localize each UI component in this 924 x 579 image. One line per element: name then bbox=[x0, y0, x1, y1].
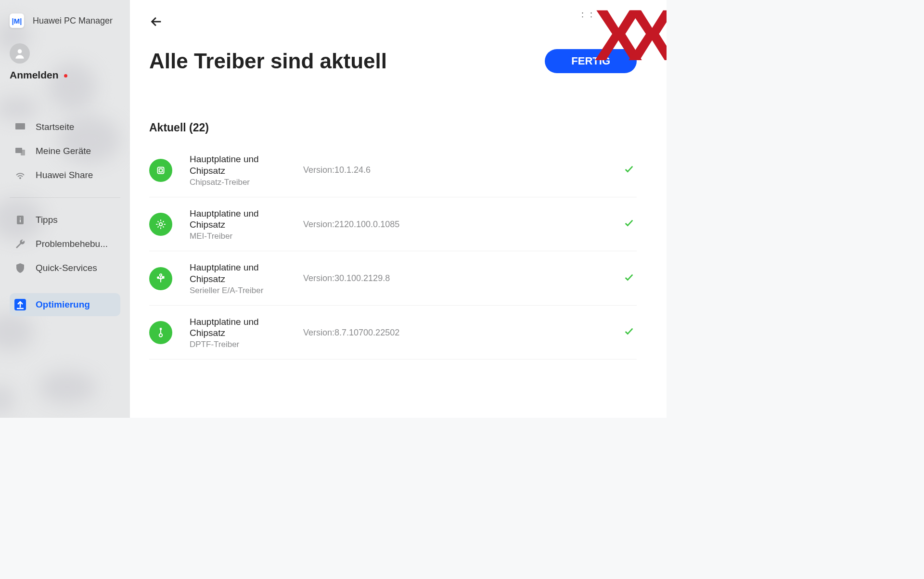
upload-icon bbox=[14, 299, 26, 310]
nav-group-support: Tipps Problembehebu... Quick-Services bbox=[0, 208, 130, 280]
wrench-icon bbox=[14, 238, 26, 250]
svg-rect-3 bbox=[21, 150, 25, 155]
svg-point-4 bbox=[20, 178, 21, 179]
sidebar-item-label: Problembehebu... bbox=[36, 239, 108, 249]
sidebar: |M| Huawei PC Manager Anmelden Startseit… bbox=[0, 0, 130, 418]
driver-version: Version:8.7.10700.22502 bbox=[303, 328, 605, 338]
driver-version: Version:2120.100.0.1085 bbox=[303, 219, 605, 230]
svg-point-0 bbox=[18, 49, 22, 53]
info-icon bbox=[14, 214, 26, 226]
sidebar-item-label: Quick-Services bbox=[36, 263, 97, 273]
sidebar-item-devices[interactable]: Meine Geräte bbox=[10, 140, 120, 163]
login-label: Anmelden bbox=[10, 69, 59, 80]
svg-point-12 bbox=[157, 277, 159, 278]
driver-text: Hauptplatine und ChipsatzMEI-Treiber bbox=[190, 208, 286, 242]
driver-row: Hauptplatine und ChipsatzMEI-TreiberVers… bbox=[149, 197, 637, 252]
driver-category-icon bbox=[149, 321, 172, 344]
svg-point-14 bbox=[159, 334, 163, 337]
driver-row: Hauptplatine und ChipsatzSerieller E/A-T… bbox=[149, 251, 637, 306]
svg-rect-7 bbox=[20, 219, 21, 222]
driver-text: Hauptplatine und ChipsatzChipsatz-Treibe… bbox=[190, 154, 286, 187]
app-name: Huawei PC Manager bbox=[33, 16, 113, 26]
brand: |M| Huawei PC Manager bbox=[0, 13, 130, 28]
driver-category-icon bbox=[149, 159, 172, 182]
svg-rect-8 bbox=[158, 167, 164, 173]
driver-text: Hauptplatine und ChipsatzSerieller E/A-T… bbox=[190, 262, 286, 296]
svg-rect-13 bbox=[162, 276, 164, 278]
driver-row: Hauptplatine und ChipsatzDPTF-TreiberVer… bbox=[149, 306, 637, 360]
sidebar-item-tips[interactable]: Tipps bbox=[10, 208, 120, 232]
sidebar-item-label: Meine Geräte bbox=[36, 146, 91, 156]
nav-divider bbox=[10, 197, 120, 198]
sidebar-item-label: Huawei Share bbox=[36, 170, 93, 180]
check-icon bbox=[622, 326, 637, 339]
svg-point-11 bbox=[160, 274, 162, 276]
back-button[interactable] bbox=[149, 14, 164, 29]
driver-subtitle: Chipsatz-Treiber bbox=[190, 178, 286, 187]
login-link[interactable]: Anmelden bbox=[10, 69, 130, 81]
driver-version: Version:10.1.24.6 bbox=[303, 165, 605, 175]
shield-icon bbox=[14, 262, 26, 274]
section-title: Aktuell (22) bbox=[149, 121, 637, 134]
page-headline: Alle Treiber sind aktuell bbox=[149, 49, 387, 73]
driver-subtitle: Serieller E/A-Treiber bbox=[190, 286, 286, 296]
avatar-icon bbox=[10, 43, 30, 64]
user-block[interactable]: Anmelden bbox=[10, 43, 130, 81]
check-icon bbox=[622, 218, 637, 231]
wifi-icon bbox=[14, 169, 26, 181]
driver-title: Hauptplatine und Chipsatz bbox=[190, 154, 286, 177]
notification-dot-icon bbox=[64, 74, 67, 77]
driver-title: Hauptplatine und Chipsatz bbox=[190, 208, 286, 231]
drag-handle-icon[interactable]: : : bbox=[581, 10, 594, 20]
sidebar-item-services[interactable]: Quick-Services bbox=[10, 257, 120, 280]
check-icon bbox=[622, 272, 637, 285]
devices-icon bbox=[14, 145, 26, 157]
svg-rect-9 bbox=[159, 169, 163, 172]
svg-rect-6 bbox=[20, 218, 21, 219]
app-logo-icon: |M| bbox=[10, 13, 24, 28]
driver-category-icon bbox=[149, 267, 172, 290]
sidebar-item-optimization[interactable]: Optimierung bbox=[10, 293, 120, 316]
driver-text: Hauptplatine und ChipsatzDPTF-Treiber bbox=[190, 316, 286, 350]
done-button[interactable]: FERTIG bbox=[545, 49, 637, 73]
svg-point-10 bbox=[159, 223, 163, 226]
svg-rect-1 bbox=[15, 123, 25, 129]
nav-group-main: Startseite Meine Geräte Huawei Share bbox=[0, 116, 130, 187]
driver-version: Version:30.100.2129.8 bbox=[303, 273, 605, 283]
check-icon bbox=[622, 164, 637, 177]
sidebar-item-label: Optimierung bbox=[36, 299, 90, 310]
monitor-icon bbox=[14, 121, 26, 133]
sidebar-item-home[interactable]: Startseite bbox=[10, 116, 120, 139]
driver-row: Hauptplatine und ChipsatzChipsatz-Treibe… bbox=[149, 154, 637, 197]
sidebar-item-troubleshoot[interactable]: Problembehebu... bbox=[10, 232, 120, 256]
nav-group-active: Optimierung bbox=[0, 293, 130, 316]
driver-title: Hauptplatine und Chipsatz bbox=[190, 316, 286, 339]
sidebar-item-share[interactable]: Huawei Share bbox=[10, 164, 120, 187]
driver-title: Hauptplatine und Chipsatz bbox=[190, 262, 286, 285]
sidebar-item-label: Tipps bbox=[36, 215, 58, 225]
main-content: : : XX Alle Treiber sind aktuell FERTIG … bbox=[130, 0, 667, 418]
driver-list: Hauptplatine und ChipsatzChipsatz-Treibe… bbox=[149, 154, 637, 360]
driver-category-icon bbox=[149, 213, 172, 236]
sidebar-item-label: Startseite bbox=[36, 122, 74, 132]
driver-subtitle: MEI-Treiber bbox=[190, 232, 286, 241]
driver-subtitle: DPTF-Treiber bbox=[190, 340, 286, 349]
